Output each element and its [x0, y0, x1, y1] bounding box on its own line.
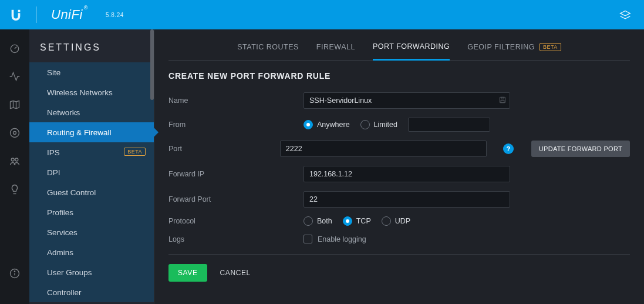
name-input[interactable] — [304, 92, 510, 109]
layers-icon[interactable] — [619, 9, 631, 24]
devices-icon[interactable] — [9, 127, 21, 139]
cancel-button[interactable]: CANCEL — [220, 269, 251, 277]
sidebar-title: SETTINGS — [29, 29, 154, 62]
beta-badge: BETA — [124, 148, 146, 156]
sidebar-item-user-groups[interactable]: User Groups — [29, 262, 154, 282]
forward-port-input[interactable] — [304, 191, 510, 208]
tab-firewall[interactable]: FIREWALL — [316, 42, 355, 60]
info-icon[interactable] — [9, 268, 21, 279]
form-title: CREATE NEW PORT FORWARD RULE — [168, 71, 630, 81]
from-limited-input[interactable] — [408, 118, 490, 132]
brand-text: UniFi® — [51, 7, 92, 22]
port-input[interactable] — [280, 141, 487, 157]
protocol-both-radio[interactable]: Both — [304, 216, 332, 226]
label-name: Name — [168, 96, 304, 105]
sidebar-item-site[interactable]: Site — [29, 62, 154, 82]
svg-point-7 — [14, 132, 16, 135]
port-help-icon[interactable]: ? — [503, 143, 514, 154]
sidebar-scrollbar[interactable] — [150, 29, 154, 304]
activity-icon[interactable] — [9, 71, 21, 82]
ubiquiti-logo-icon — [9, 8, 22, 21]
svg-rect-0 — [18, 10, 21, 12]
from-limited-radio[interactable]: Limited — [360, 120, 397, 129]
sidebar-item-ips[interactable]: IPSBETA — [29, 142, 154, 162]
dashboard-icon[interactable] — [9, 42, 21, 54]
sidebar-item-routing-firewall[interactable]: Routing & Firewall — [29, 122, 154, 142]
enable-logging-checkbox[interactable]: Enable logging — [304, 235, 366, 243]
brand-area: UniFi® 5.8.24 — [9, 6, 124, 23]
brand-divider — [36, 6, 37, 23]
tab-port-forwarding[interactable]: PORT FORWARDING — [373, 42, 450, 61]
beta-badge: BETA — [540, 43, 561, 51]
content-area: STATIC ROUTES FIREWALL PORT FORWARDING G… — [154, 29, 644, 304]
protocol-tcp-radio[interactable]: TCP — [343, 216, 371, 226]
svg-marker-1 — [621, 11, 630, 16]
tab-static-routes[interactable]: STATIC ROUTES — [237, 42, 299, 60]
sidebar-item-services[interactable]: Services — [29, 222, 154, 242]
port-forward-form: CREATE NEW PORT FORWARD RULE Name From A… — [154, 61, 644, 289]
sidebar-item-wireless-networks[interactable]: Wireless Networks — [29, 82, 154, 102]
svg-point-6 — [11, 129, 19, 138]
settings-sidebar: SETTINGS Site Wireless Networks Networks… — [29, 29, 154, 304]
version-text: 5.8.24 — [106, 12, 124, 18]
tab-geoip-filtering[interactable]: GEOIP FILTERING BETA — [467, 42, 561, 60]
insights-icon[interactable] — [9, 183, 21, 195]
sidebar-item-admins[interactable]: Admins — [29, 242, 154, 262]
label-forward-ip: Forward IP — [168, 170, 304, 178]
label-forward-port: Forward Port — [168, 195, 304, 203]
sidebar-item-profiles[interactable]: Profiles — [29, 202, 154, 222]
label-protocol: Protocol — [168, 217, 304, 225]
form-divider — [168, 254, 630, 255]
update-forward-port-button[interactable]: UPDATE FORWARD PORT — [531, 141, 630, 157]
sidebar-list: Site Wireless Networks Networks Routing … — [29, 62, 154, 302]
icon-rail — [0, 29, 29, 304]
clients-icon[interactable] — [9, 155, 21, 167]
sidebar-item-controller[interactable]: Controller — [29, 282, 154, 302]
sidebar-item-guest-control[interactable]: Guest Control — [29, 182, 154, 202]
form-actions: SAVE CANCEL — [168, 264, 630, 282]
label-logs: Logs — [168, 235, 304, 243]
svg-marker-3 — [11, 101, 19, 108]
save-button[interactable]: SAVE — [168, 264, 207, 282]
sidebar-item-dpi[interactable]: DPI — [29, 162, 154, 182]
map-icon[interactable] — [9, 99, 21, 111]
protocol-udp-radio[interactable]: UDP — [382, 216, 410, 226]
svg-point-9 — [15, 158, 18, 161]
svg-point-12 — [14, 271, 15, 272]
forward-ip-input[interactable] — [304, 166, 510, 182]
tab-bar: STATIC ROUTES FIREWALL PORT FORWARDING G… — [168, 29, 630, 61]
from-anywhere-radio[interactable]: Anywhere — [304, 120, 350, 129]
svg-point-8 — [11, 158, 14, 161]
label-from: From — [168, 121, 304, 129]
label-port: Port — [168, 145, 280, 153]
sidebar-item-networks[interactable]: Networks — [29, 102, 154, 122]
topbar: UniFi® 5.8.24 — [0, 0, 644, 29]
